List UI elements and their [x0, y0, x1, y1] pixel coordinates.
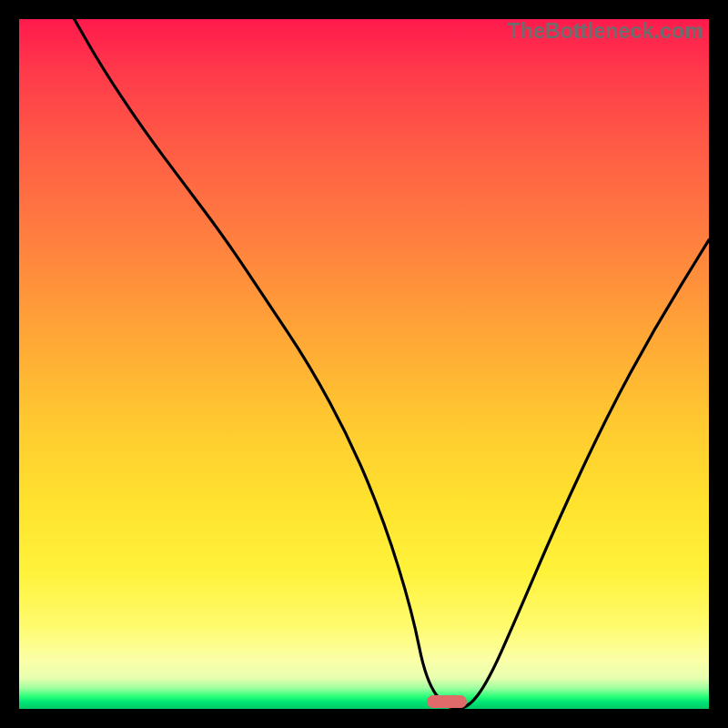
plot-area: TheBottleneck.com [19, 19, 709, 709]
optimal-marker [427, 695, 467, 708]
bottleneck-curve [19, 19, 709, 709]
chart-frame: TheBottleneck.com [0, 0, 728, 728]
